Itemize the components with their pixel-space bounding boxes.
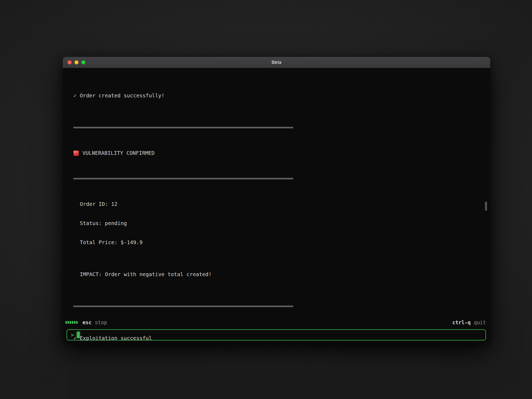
divider-line: ════════════════════════════════════════…	[73, 176, 480, 182]
divider-line: ════════════════════════════════════════…	[73, 303, 480, 310]
terminal-output: ✓ Order created successfully! ══════════…	[63, 68, 490, 399]
activity-indicator	[65, 321, 78, 324]
vulnerability-report-panel: Vulnerability Report Title:Negative Quan…	[67, 367, 481, 399]
prompt-symbol: >	[71, 332, 74, 338]
titlebar[interactable]: Strix	[63, 57, 490, 68]
esc-action-label: stop	[95, 319, 107, 325]
order-id-value: Order ID: 12	[73, 201, 480, 207]
terminal-window: Strix ✓ Order created successfully! ════…	[63, 57, 490, 343]
order-success-text: Order created successfully!	[80, 93, 165, 99]
alert-icon	[73, 151, 79, 156]
ctrl-q-key-hint[interactable]: ctrl-q	[452, 319, 471, 325]
status-bar: esc stop ctrl-q quit	[63, 319, 490, 326]
order-success-line: ✓ Order created successfully!	[73, 93, 480, 99]
vulnerability-confirmed-line: VULNERABILITY CONFIRMED	[73, 150, 480, 156]
window-title: Strix	[63, 60, 490, 65]
check-icon: ✓	[73, 93, 77, 99]
impact-text: IMPACT: Order with negative total create…	[73, 271, 480, 278]
command-input[interactable]: >	[66, 329, 486, 340]
text-cursor	[77, 332, 80, 338]
scrollbar-thumb[interactable]	[485, 202, 487, 211]
order-total-price-value: Total Price: $-149.9	[73, 239, 480, 246]
quit-action-label: quit	[474, 319, 486, 325]
divider-line: ════════════════════════════════════════…	[73, 124, 480, 131]
vulnerability-confirmed-text: VULNERABILITY CONFIRMED	[82, 150, 155, 156]
esc-key-hint[interactable]: esc	[82, 319, 92, 325]
order-status-value: Status: pending	[73, 220, 480, 227]
